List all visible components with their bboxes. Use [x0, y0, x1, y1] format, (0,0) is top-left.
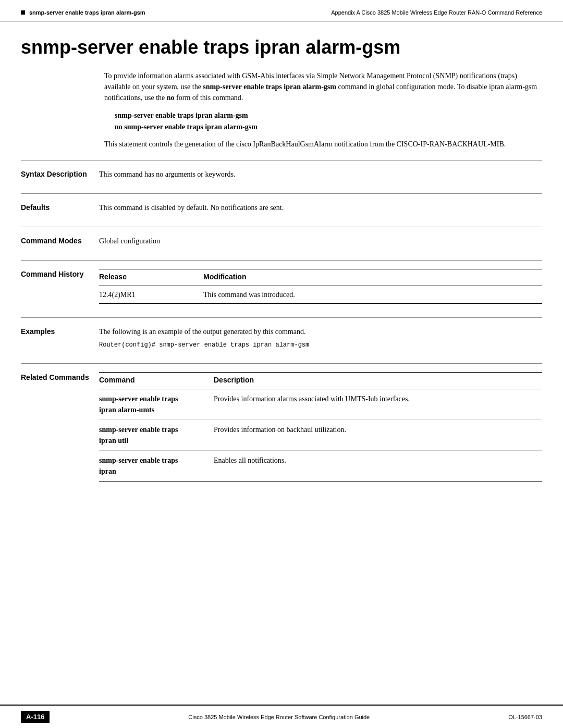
table-row: snmp-server enable trapsipran util Provi… [99, 419, 542, 450]
history-col-modification: Modification [203, 269, 542, 286]
intro-no-keyword: no [167, 94, 175, 102]
examples-code: Router(config)# snmp-server enable traps… [99, 340, 542, 350]
syntax-description-label: Syntax Description [21, 169, 99, 178]
related-commands-section: Related Commands Command Description snm… [21, 363, 542, 490]
examples-section: Examples The following is an example of … [21, 317, 542, 358]
intro-bold-command: snmp-server enable traps ipran alarm-gsm [203, 83, 336, 91]
header-left: snmp-server enable traps ipran alarm-gsm [21, 9, 145, 16]
related-table: Command Description snmp-server enable t… [99, 372, 542, 482]
table-row: snmp-server enable trapsipran Enables al… [99, 450, 542, 481]
syntax-line-2: no snmp-server enable traps ipran alarm-… [115, 123, 542, 131]
footer-left: A-116 [21, 711, 50, 723]
statement-text: This statement controls the generation o… [104, 139, 542, 150]
footer-center: Cisco 3825 Mobile Wireless Edge Router S… [188, 714, 370, 720]
related-desc-cell-2: Provides information on backhaul utiliza… [214, 419, 542, 450]
page-title: snmp-server enable traps ipran alarm-gsm [21, 37, 542, 58]
related-cmd-bold-2: snmp-server enable trapsipran util [99, 426, 178, 445]
page-container: snmp-server enable traps ipran alarm-gsm… [0, 0, 563, 728]
related-commands-label: Related Commands [21, 372, 99, 381]
command-history-label: Command History [21, 269, 99, 278]
related-command-cell-3: snmp-server enable trapsipran [99, 450, 214, 481]
command-modes-section: Command Modes Global configuration [21, 227, 542, 255]
intro-section: To provide information alarms associated… [104, 70, 542, 150]
footer-right: OL-15667-03 [508, 714, 542, 720]
examples-description: The following is an example of the outpu… [99, 326, 542, 337]
defaults-section: Defaults This command is disabled by def… [21, 193, 542, 221]
table-row: 12.4(2)MR1 This command was introduced. [99, 286, 542, 303]
related-desc-cell-1: Provides information alarms associated w… [214, 389, 542, 419]
related-col-command: Command [99, 372, 214, 389]
table-row: snmp-server enable trapsipran alarm-umts… [99, 389, 542, 419]
history-release-cell: 12.4(2)MR1 [99, 286, 203, 303]
intro-paragraph: To provide information alarms associated… [104, 70, 542, 103]
related-desc-cell-3: Enables all notifications. [214, 450, 542, 481]
page-header: snmp-server enable traps ipran alarm-gsm… [0, 0, 563, 21]
syntax-description-content: This command has no arguments or keyword… [99, 169, 542, 180]
related-cmd-bold-1: snmp-server enable trapsipran alarm-umts [99, 395, 178, 414]
main-content: snmp-server enable traps ipran alarm-gsm… [0, 21, 563, 532]
history-table-header-row: Release Modification [99, 269, 542, 286]
syntax-description-section: Syntax Description This command has no a… [21, 160, 542, 188]
syntax-line-1: snmp-server enable traps ipran alarm-gsm [115, 112, 542, 120]
syntax-block: snmp-server enable traps ipran alarm-gsm… [115, 112, 542, 131]
intro-text-end: form of this command. [175, 94, 243, 102]
footer-page-number: A-116 [21, 711, 50, 723]
command-modes-content: Global configuration [99, 236, 542, 246]
command-modes-label: Command Modes [21, 236, 99, 245]
history-col-release: Release [99, 269, 203, 286]
related-commands-content: Command Description snmp-server enable t… [99, 372, 542, 482]
related-col-description: Description [214, 372, 542, 389]
examples-content: The following is an example of the outpu… [99, 326, 542, 350]
history-modification-cell: This command was introduced. [203, 286, 542, 303]
history-table: Release Modification 12.4(2)MR1 This com… [99, 269, 542, 304]
related-command-cell-2: snmp-server enable trapsipran util [99, 419, 214, 450]
related-table-header-row: Command Description [99, 372, 542, 389]
defaults-content: This command is disabled by default. No … [99, 202, 542, 213]
command-history-section: Command History Release Modification 12.… [21, 260, 542, 312]
header-right: Appendix A Cisco 3825 Mobile Wireless Ed… [331, 9, 542, 16]
command-history-content: Release Modification 12.4(2)MR1 This com… [99, 269, 542, 304]
related-command-cell-1: snmp-server enable trapsipran alarm-umts [99, 389, 214, 419]
header-square-icon [21, 10, 25, 15]
header-command-text: snmp-server enable traps ipran alarm-gsm [29, 9, 145, 16]
page-footer: A-116 Cisco 3825 Mobile Wireless Edge Ro… [0, 705, 563, 728]
defaults-label: Defaults [21, 202, 99, 212]
related-cmd-bold-3: snmp-server enable trapsipran [99, 456, 178, 475]
examples-label: Examples [21, 326, 99, 336]
